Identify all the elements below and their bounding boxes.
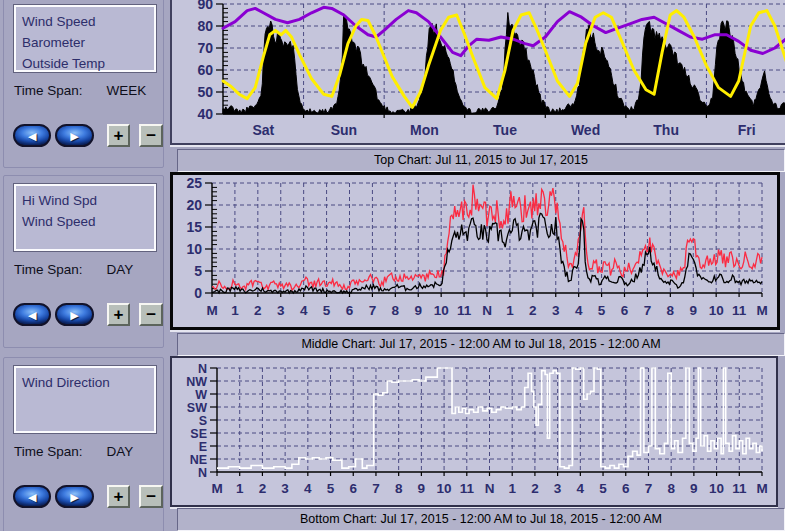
svg-text:2: 2 <box>259 481 267 496</box>
svg-text:20: 20 <box>186 197 202 213</box>
svg-text:6: 6 <box>622 481 630 496</box>
svg-text:9: 9 <box>418 481 426 496</box>
right-arrow-icon: ▶ <box>57 306 91 324</box>
svg-text:W: W <box>195 388 207 402</box>
middle-chart-timespan: Time Span: DAY <box>4 262 163 277</box>
timespan-value: DAY <box>107 262 134 277</box>
svg-text:2: 2 <box>254 303 262 318</box>
middle-chart-panel[interactable]: 0510152025M1234567891011N1234567891011M <box>170 172 780 330</box>
top-chart-plot: 405060708090SatSunMonTueWedThuFri <box>172 0 785 143</box>
svg-text:M: M <box>211 481 222 496</box>
list-item[interactable]: Hi Wind Spd <box>22 190 156 211</box>
svg-text:1: 1 <box>236 481 244 496</box>
svg-text:SE: SE <box>190 427 207 441</box>
middle-chart-plot: 0510152025M1234567891011N1234567891011M <box>173 175 777 327</box>
middle-chart-nav-controls: ◀ ▶ + − <box>4 303 163 326</box>
svg-text:80: 80 <box>197 18 213 34</box>
timespan-label: Time Span: <box>14 444 83 459</box>
timespan-label: Time Span: <box>14 83 83 98</box>
svg-text:7: 7 <box>644 303 652 318</box>
svg-text:2: 2 <box>529 303 537 318</box>
svg-text:5: 5 <box>598 303 606 318</box>
svg-text:10: 10 <box>434 303 449 318</box>
svg-text:4: 4 <box>300 303 308 318</box>
svg-text:90: 90 <box>197 0 213 12</box>
svg-text:Fri: Fri <box>738 122 756 138</box>
svg-text:25: 25 <box>186 175 202 191</box>
svg-text:4: 4 <box>577 481 585 496</box>
svg-text:N: N <box>485 481 495 496</box>
svg-text:5: 5 <box>323 303 331 318</box>
bottom-chart-panel[interactable]: NNEESESSWWNWNM1234567891011N123456789101… <box>170 356 778 507</box>
svg-text:5: 5 <box>599 481 607 496</box>
svg-text:9: 9 <box>689 303 697 318</box>
bottom-chart-timespan: Time Span: DAY <box>4 444 163 459</box>
prev-button[interactable]: ◀ <box>13 485 51 508</box>
svg-text:M: M <box>756 481 767 496</box>
svg-text:3: 3 <box>552 303 560 318</box>
svg-text:11: 11 <box>732 303 747 318</box>
list-item[interactable]: Wind Speed <box>22 11 156 32</box>
svg-text:1: 1 <box>508 481 516 496</box>
zoom-in-button[interactable]: + <box>107 485 131 508</box>
prev-button[interactable]: ◀ <box>13 303 51 326</box>
svg-text:0: 0 <box>194 285 202 301</box>
next-button[interactable]: ▶ <box>55 485 93 508</box>
svg-text:50: 50 <box>197 84 213 100</box>
zoom-out-button[interactable]: − <box>139 485 163 508</box>
svg-text:11: 11 <box>460 481 475 496</box>
timespan-label: Time Span: <box>14 262 83 277</box>
svg-text:S: S <box>199 414 207 428</box>
bottom-chart-sidebar-section: Wind Direction Time Span: DAY ◀ ▶ + − <box>3 357 164 531</box>
middle-chart-series-listbox[interactable]: Hi Wind SpdWind Speed <box>13 183 157 252</box>
prev-button[interactable]: ◀ <box>13 124 51 147</box>
svg-text:10: 10 <box>709 303 724 318</box>
list-item[interactable]: Wind Direction <box>22 372 156 393</box>
top-chart-timespan: Time Span: WEEK <box>4 83 163 98</box>
zoom-out-button[interactable]: − <box>139 124 163 147</box>
svg-text:Tue: Tue <box>493 122 517 138</box>
svg-text:6: 6 <box>349 481 357 496</box>
list-item[interactable]: Barometer <box>22 32 156 53</box>
top-chart-panel[interactable]: 405060708090SatSunMonTueWedThuFri <box>170 0 785 145</box>
next-button[interactable]: ▶ <box>55 303 93 326</box>
top-chart-caption: Top Chart: Jul 11, 2015 to Jul 17, 2015 <box>177 149 785 172</box>
zoom-in-button[interactable]: + <box>107 124 131 147</box>
svg-text:Wed: Wed <box>571 122 600 138</box>
middle-chart-sidebar-section: Hi Wind SpdWind Speed Time Span: DAY ◀ ▶… <box>3 175 164 348</box>
bottom-chart-series-listbox[interactable]: Wind Direction <box>13 365 157 434</box>
svg-text:8: 8 <box>667 481 675 496</box>
svg-text:E: E <box>199 440 207 454</box>
right-arrow-icon: ▶ <box>57 127 91 145</box>
left-arrow-icon: ◀ <box>15 127 49 145</box>
list-item[interactable]: Outside Temp <box>22 53 156 73</box>
zoom-in-button[interactable]: + <box>107 303 131 326</box>
top-chart-sidebar-section: Wind SpeedBarometerOutside Temp Time Spa… <box>3 0 164 168</box>
svg-text:NE: NE <box>190 453 207 467</box>
svg-text:8: 8 <box>392 303 400 318</box>
svg-text:N: N <box>198 466 207 480</box>
timespan-value: DAY <box>107 444 134 459</box>
svg-text:M: M <box>206 303 217 318</box>
svg-text:Thu: Thu <box>653 122 679 138</box>
svg-text:10: 10 <box>437 481 452 496</box>
weather-plot-window: Wind SpeedBarometerOutside Temp Time Spa… <box>0 0 785 531</box>
svg-text:60: 60 <box>197 62 213 78</box>
bottom-chart-nav-controls: ◀ ▶ + − <box>4 485 163 508</box>
left-arrow-icon: ◀ <box>15 306 49 324</box>
svg-text:9: 9 <box>690 481 698 496</box>
list-item[interactable]: Wind Speed <box>22 211 156 232</box>
svg-text:7: 7 <box>645 481 653 496</box>
zoom-out-button[interactable]: − <box>139 303 163 326</box>
top-chart-series-listbox[interactable]: Wind SpeedBarometerOutside Temp <box>13 4 157 73</box>
next-button[interactable]: ▶ <box>55 124 93 147</box>
right-arrow-icon: ▶ <box>57 488 91 506</box>
svg-text:Sat: Sat <box>252 122 274 138</box>
svg-text:4: 4 <box>575 303 583 318</box>
svg-text:40: 40 <box>197 106 213 122</box>
svg-text:6: 6 <box>621 303 629 318</box>
svg-text:10: 10 <box>709 481 724 496</box>
svg-text:Sun: Sun <box>331 122 357 138</box>
middle-chart-caption: Middle Chart: Jul 17, 2015 - 12:00 AM to… <box>177 333 785 356</box>
svg-text:3: 3 <box>277 303 285 318</box>
